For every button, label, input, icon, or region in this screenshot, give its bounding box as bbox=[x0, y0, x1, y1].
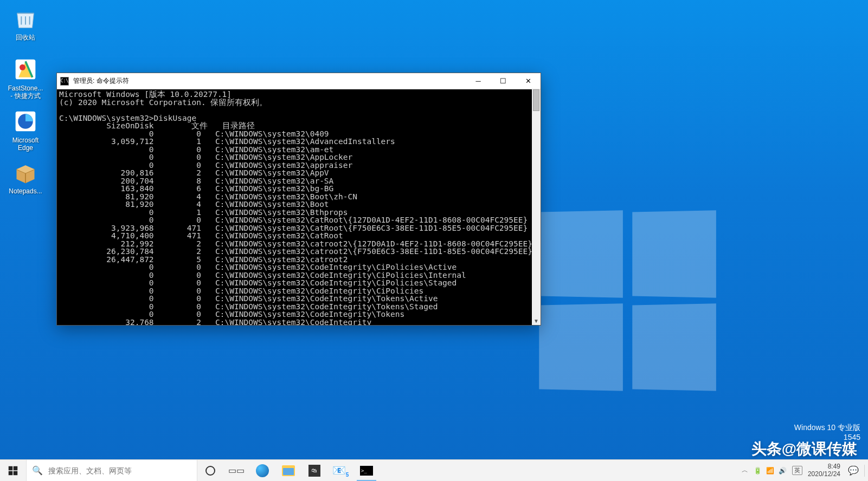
maximize-button[interactable]: ☐ bbox=[491, 73, 516, 89]
task-view-button[interactable]: ▭▭ bbox=[223, 460, 249, 481]
taskbar-cmd[interactable]: >_ bbox=[353, 460, 380, 481]
faststone-icon bbox=[12, 56, 38, 82]
desktop-icon-0[interactable]: 回收站 bbox=[4, 5, 47, 41]
tray-overflow-button[interactable]: ︿ bbox=[742, 466, 748, 475]
taskbar-explorer[interactable] bbox=[275, 460, 301, 481]
network-icon[interactable]: 📶 bbox=[766, 467, 774, 474]
cortana-button[interactable] bbox=[197, 460, 223, 481]
windows-icon bbox=[8, 466, 18, 476]
taskbar: 🔍 ▭▭ 🛍 📧5 >_ ︿ 🔋 📶 🔊 英 8:49 2020/12/24 💬 bbox=[0, 459, 868, 481]
box-icon bbox=[12, 159, 38, 185]
terminal-icon: >_ bbox=[360, 466, 373, 476]
svg-point-1 bbox=[20, 64, 25, 70]
cmd-title-text: 管理员: 命令提示符 bbox=[73, 76, 129, 86]
desktop-icon-3[interactable]: Notepads... bbox=[4, 159, 47, 195]
svg-rect-5 bbox=[14, 466, 18, 470]
start-button[interactable] bbox=[0, 460, 26, 481]
desktop-icon-label: FastStone...- 快捷方式 bbox=[4, 84, 47, 100]
ime-indicator[interactable]: 英 bbox=[792, 466, 802, 475]
edge-icon bbox=[256, 464, 269, 477]
desktop-icon-2[interactable]: MicrosoftEdge bbox=[4, 108, 47, 152]
cmd-scrollbar[interactable]: ▲ ▼ bbox=[532, 89, 541, 325]
notifications-button[interactable]: 💬 bbox=[848, 465, 859, 476]
minimize-button[interactable]: ─ bbox=[466, 73, 491, 89]
cmd-output: Microsoft Windows [版本 10.0.20277.1] (c) … bbox=[57, 89, 532, 325]
circle-icon bbox=[205, 466, 215, 476]
cmd-body[interactable]: Microsoft Windows [版本 10.0.20277.1] (c) … bbox=[57, 89, 541, 325]
windows-logo-wallpaper bbox=[537, 211, 716, 390]
edge-icon bbox=[12, 108, 38, 134]
store-icon: 🛍 bbox=[308, 465, 320, 477]
show-desktop-button[interactable] bbox=[864, 465, 865, 477]
desktop[interactable]: 回收站FastStone...- 快捷方式MicrosoftEdgeNotepa… bbox=[0, 0, 868, 481]
desktop-icon-1[interactable]: FastStone...- 快捷方式 bbox=[4, 56, 47, 100]
search-icon: 🔍 bbox=[32, 465, 43, 476]
battery-icon[interactable]: 🔋 bbox=[754, 467, 762, 474]
taskbar-mail[interactable]: 📧5 bbox=[327, 460, 353, 481]
task-view-icon: ▭▭ bbox=[228, 465, 245, 476]
desktop-icon-label: Notepads... bbox=[4, 187, 47, 195]
scroll-down-arrow[interactable]: ▼ bbox=[532, 316, 541, 325]
taskbar-store[interactable]: 🛍 bbox=[301, 460, 327, 481]
clock[interactable]: 8:49 2020/12/24 bbox=[808, 463, 843, 478]
cmd-icon: C:\ bbox=[60, 77, 69, 86]
close-button[interactable]: ✕ bbox=[516, 73, 541, 89]
folder-icon bbox=[282, 465, 295, 476]
volume-icon[interactable]: 🔊 bbox=[779, 467, 787, 474]
mail-icon: 📧5 bbox=[332, 464, 349, 478]
system-tray: ︿ 🔋 📶 🔊 英 8:49 2020/12/24 💬 bbox=[742, 460, 868, 481]
cmd-titlebar[interactable]: C:\ 管理员: 命令提示符 ─ ☐ ✕ bbox=[57, 73, 541, 89]
desktop-icon-label: 回收站 bbox=[4, 34, 47, 41]
cmd-window[interactable]: C:\ 管理员: 命令提示符 ─ ☐ ✕ Microsoft Windows [… bbox=[56, 73, 541, 326]
taskbar-edge[interactable] bbox=[249, 460, 275, 481]
scroll-thumb[interactable] bbox=[533, 89, 539, 111]
svg-rect-6 bbox=[9, 471, 13, 475]
source-watermark: 头条@微课传媒 bbox=[751, 439, 857, 459]
svg-rect-7 bbox=[14, 471, 18, 475]
svg-rect-4 bbox=[9, 466, 13, 470]
recycle-icon bbox=[12, 5, 38, 31]
clock-time: 8:49 bbox=[808, 463, 840, 471]
desktop-icon-label: MicrosoftEdge bbox=[4, 136, 47, 152]
clock-date: 2020/12/24 bbox=[808, 471, 840, 478]
search-input[interactable] bbox=[48, 466, 191, 475]
search-box[interactable]: 🔍 bbox=[26, 460, 197, 481]
